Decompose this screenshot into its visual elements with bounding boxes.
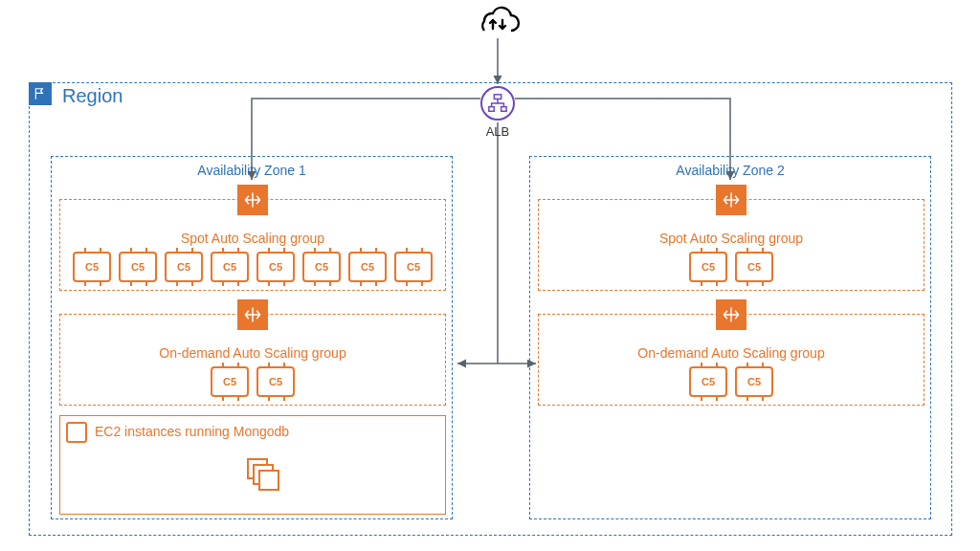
ec2-instance: C5	[211, 252, 249, 282]
ec2-instance: C5	[348, 252, 387, 282]
ec2-instance: C5	[735, 366, 773, 397]
az2-spot-asg: Spot Auto Scaling group C5 C5	[538, 199, 924, 291]
az1-spot-asg: Spot Auto Scaling group C5 C5 C5 C5 C5 C…	[59, 199, 446, 291]
az2-spot-instances: C5 C5	[539, 252, 924, 290]
az1-ondemand-instances: C5 C5	[60, 366, 445, 405]
region-container: Region Availability Zone 1 Spot Auto Sca…	[29, 82, 952, 536]
autoscaling-icon	[716, 299, 746, 330]
autoscaling-icon	[716, 185, 746, 215]
region-flag-icon	[29, 82, 52, 105]
ec2-instance: C5	[256, 252, 295, 282]
svg-rect-1	[489, 107, 494, 112]
az2-title: Availability Zone 2	[530, 163, 930, 178]
az1-title: Availability Zone 1	[52, 163, 452, 178]
az2-ondemand-asg: On-demand Auto Scaling group C5 C5	[538, 314, 924, 406]
region-title: Region	[62, 85, 122, 107]
az1-ondemand-asg: On-demand Auto Scaling group C5 C5	[59, 314, 446, 406]
ec2-instance: C5	[689, 252, 727, 282]
az1-spot-title: Spot Auto Scaling group	[60, 231, 445, 246]
autoscaling-icon	[237, 185, 268, 215]
az2-ondemand-instances: C5 C5	[539, 366, 924, 405]
chip-icon	[66, 422, 87, 443]
alb-label: ALB	[479, 124, 517, 139]
ec2-instance: C5	[394, 252, 433, 282]
ec2-instance: C5	[119, 252, 157, 282]
ec2-instance: C5	[165, 252, 203, 282]
az2-spot-title: Spot Auto Scaling group	[539, 231, 924, 246]
az1-spot-instances: C5 C5 C5 C5 C5 C5 C5 C5	[60, 252, 445, 290]
alb-icon	[480, 86, 515, 121]
internet-cloud-icon	[475, 6, 521, 42]
ec2-instance: C5	[689, 366, 727, 397]
az1-ondemand-title: On-demand Auto Scaling group	[60, 345, 445, 361]
ec2-instance: C5	[302, 252, 341, 282]
svg-rect-0	[494, 95, 501, 99]
availability-zone-1: Availability Zone 1 Spot Auto Scaling gr…	[51, 156, 453, 519]
ec2-instance: C5	[211, 366, 249, 397]
ec2-instance: C5	[73, 252, 111, 282]
svg-rect-2	[501, 107, 507, 112]
ec2-instance: C5	[735, 252, 773, 282]
mongodb-group: EC2 instances running Mongodb	[59, 415, 446, 515]
availability-zone-2: Availability Zone 2 Spot Auto Scaling gr…	[529, 156, 931, 519]
az2-ondemand-title: On-demand Auto Scaling group	[539, 345, 924, 361]
mongodb-title: EC2 instances running Mongodb	[95, 424, 289, 439]
autoscaling-icon	[237, 299, 268, 330]
ec2-instance: C5	[256, 366, 295, 397]
